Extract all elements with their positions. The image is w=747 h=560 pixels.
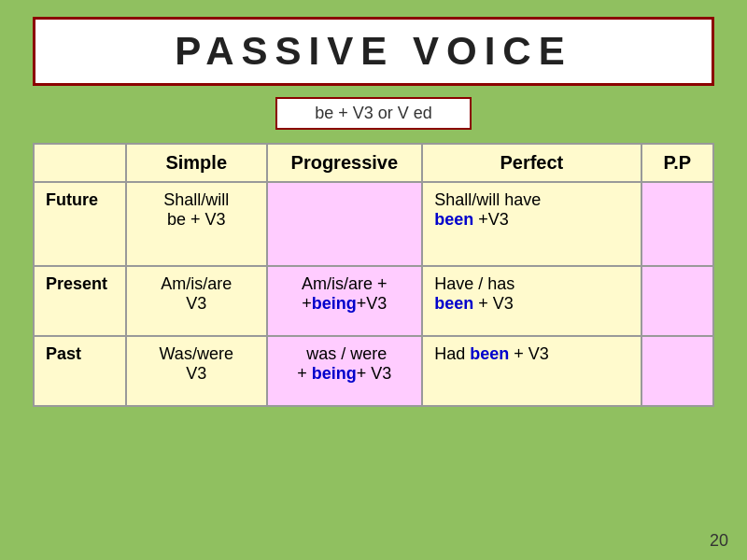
past-label: Past [34, 336, 126, 406]
title-box: PASSIVE VOICE [33, 17, 714, 86]
present-pp [641, 266, 713, 336]
table-row-past: Past Was/were V3 was / were + being+ V3 … [34, 336, 713, 406]
present-progressive-being: being [312, 294, 357, 313]
page-number: 20 [710, 531, 728, 551]
page-container: PASSIVE VOICE be + V3 or V ed Simple Pro… [0, 0, 747, 560]
future-simple: Shall/will be + V3 [126, 182, 267, 266]
subtitle-text: be + V3 or V ed [315, 104, 432, 122]
table-row-future: Future Shall/will be + V3 Shall/will hav… [34, 182, 713, 266]
header-col2: Simple [126, 144, 267, 182]
future-perfect: Shall/will have been +V3 [422, 182, 641, 266]
past-perfect-been: been [470, 344, 509, 363]
header-col1 [34, 144, 126, 182]
future-progressive [267, 182, 423, 266]
present-simple: Am/is/are V3 [126, 266, 267, 336]
header-col4: Perfect [422, 144, 641, 182]
passive-voice-table: Simple Progressive Perfect P.P Future Sh… [33, 143, 714, 407]
future-pp [641, 182, 713, 266]
table-row-present: Present Am/is/are V3 Am/is/are ++being+V… [34, 266, 713, 336]
past-pp [641, 336, 713, 406]
past-simple: Was/were V3 [126, 336, 267, 406]
present-perfect: Have / has been + V3 [422, 266, 641, 336]
page-title: PASSIVE VOICE [175, 29, 571, 73]
present-label: Present [34, 266, 126, 336]
future-perfect-been: been [434, 210, 473, 229]
present-progressive: Am/is/are ++being+V3 [267, 266, 423, 336]
future-label: Future [34, 182, 126, 266]
subtitle-box: be + V3 or V ed [275, 97, 472, 130]
past-perfect: Had been + V3 [422, 336, 641, 406]
header-col3: Progressive [267, 144, 423, 182]
past-progressive-being: being [312, 364, 357, 383]
present-perfect-been: been [434, 294, 473, 313]
past-progressive: was / were + being+ V3 [267, 336, 423, 406]
header-col5: P.P [641, 144, 713, 182]
table-header-row: Simple Progressive Perfect P.P [34, 144, 713, 182]
